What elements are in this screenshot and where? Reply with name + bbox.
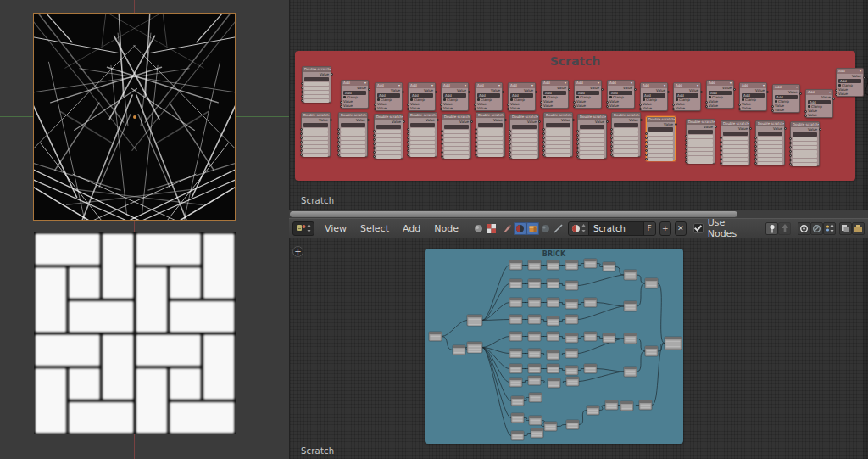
node-socket[interactable] [610,137,613,139]
node-socket[interactable] [507,104,509,106]
double-scratch-group-node[interactable]: Double scratch▾ Value [442,114,471,159]
brick-frame-node[interactable]: BRICK [425,249,683,444]
node-socket[interactable] [542,128,545,131]
node-socket[interactable] [475,145,477,148]
node-socket[interactable] [738,104,741,106]
node-socket[interactable] [509,130,511,132]
node-socket[interactable] [672,104,675,106]
node-socket[interactable] [373,134,376,137]
use-nodes-checkbox[interactable] [693,223,704,233]
node-socket[interactable] [789,154,792,157]
node-socket[interactable] [538,120,541,123]
double-scratch-group-node[interactable]: Double scratch▾ Value [721,120,750,165]
math-add-node[interactable]: Add▾ Value Add Clamp Value Value [574,80,602,109]
mini-node[interactable] [547,298,559,307]
node-socket[interactable] [475,132,477,135]
node-socket[interactable] [610,145,613,148]
math-add-node[interactable]: Add▾ Value Add Clamp Value Value [640,82,668,111]
node-socket[interactable] [784,127,787,130]
double-scratch-group-node[interactable]: Double scratch▾ Value [686,119,715,164]
node-socket[interactable] [407,104,409,106]
node-socket[interactable] [509,151,511,154]
mini-node[interactable] [566,377,579,386]
math-add-node[interactable]: Add▾ Value Add Clamp Value Value [408,82,436,111]
node-socket[interactable] [337,132,340,135]
node-socket[interactable] [407,141,409,143]
mini-node[interactable] [511,396,524,406]
node-socket[interactable] [749,127,752,130]
plug-icon[interactable] [823,222,836,235]
mini-node[interactable] [547,260,559,270]
mini-node[interactable] [605,400,618,410]
node-socket[interactable] [720,154,722,156]
mini-node[interactable] [645,346,658,356]
node-editor-top[interactable]: Scratch Double scratch▾ ValueDouble scra… [289,0,868,210]
double-scratch-group-node[interactable]: Double scratch▾ Value [755,120,785,165]
double-scratch-group-node[interactable]: Double scratch▾ Value [790,121,820,166]
double-scratch-group-node[interactable]: Double scratch▾ Value [646,116,676,161]
node-socket[interactable] [568,88,570,91]
node-socket[interactable] [300,137,303,139]
double-scratch-group-node[interactable]: Double scratch▾ Value [476,112,505,157]
node-socket[interactable] [504,119,507,121]
node-socket[interactable] [789,142,792,144]
node-socket[interactable] [634,88,637,91]
node-socket[interactable] [645,141,648,143]
node-socket[interactable] [331,73,333,76]
mini-node[interactable] [509,298,522,307]
texture-name-field[interactable]: Scratch [589,224,643,233]
fake-user-button[interactable]: F [643,221,655,236]
node-socket[interactable] [573,105,576,108]
editor-type-button[interactable] [292,221,314,236]
node-socket[interactable] [509,138,511,141]
node-socket[interactable] [441,134,443,137]
node-socket[interactable] [576,155,579,158]
line-style-icon[interactable] [552,222,565,235]
menu-add[interactable]: Add [396,223,427,234]
shader-sphere-icon[interactable] [472,222,485,235]
node-socket[interactable] [705,105,708,108]
node-socket[interactable] [645,132,648,135]
node-socket[interactable] [300,149,303,152]
node-socket[interactable] [835,93,837,96]
node-socket[interactable] [475,128,477,131]
node-socket[interactable] [832,98,835,100]
mini-node[interactable] [453,345,465,355]
texture-checker-icon[interactable] [485,222,498,235]
node-socket[interactable] [685,135,687,137]
mini-node[interactable] [565,333,578,343]
node-socket[interactable] [667,91,670,93]
node-socket[interactable] [330,119,332,121]
double-scratch-group-node[interactable]: Double scratch▾ Value [509,114,539,159]
node-socket[interactable] [771,109,774,112]
double-scratch-group-node[interactable]: Double scratch▾ Value [408,112,437,157]
unlink-texture-button[interactable]: ✕ [675,221,687,236]
mini-node[interactable] [624,333,637,344]
mini-node[interactable] [529,393,542,402]
mini-node[interactable] [544,422,557,431]
mini-node[interactable] [565,315,578,324]
mini-node[interactable] [528,364,541,373]
mini-node[interactable] [603,333,615,343]
node-socket[interactable] [754,162,757,165]
mini-node[interactable] [429,332,442,341]
browse-texture-button[interactable] [569,222,589,235]
double-scratch-group-node[interactable]: Double scratch▾ Value [374,114,403,159]
node-socket[interactable] [576,143,579,145]
double-scratch-group-node[interactable]: Double scratch▾ Value [577,114,607,159]
mini-node[interactable] [587,406,599,415]
node-socket[interactable] [685,156,687,159]
mini-node[interactable] [584,298,597,307]
node-socket[interactable] [819,128,821,131]
node-socket[interactable] [468,91,470,93]
mini-node[interactable] [509,378,522,387]
node-socket[interactable] [610,128,613,131]
viewport-3d[interactable] [0,0,289,459]
node-socket[interactable] [475,141,477,143]
node-socket[interactable] [606,105,609,108]
node-socket[interactable] [789,146,792,148]
mini-node[interactable] [528,376,541,385]
brick-texture-plane[interactable] [34,232,236,434]
object-cube-icon[interactable] [526,222,539,235]
node-socket[interactable] [340,105,342,108]
